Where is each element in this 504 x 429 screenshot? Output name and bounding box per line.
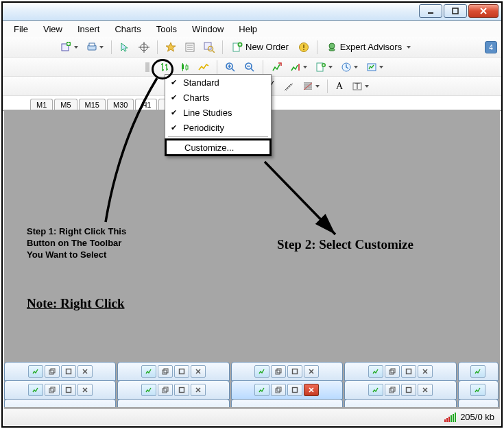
timeframe-m1[interactable]: M1 <box>30 99 53 110</box>
mdi-window[interactable] <box>344 380 456 400</box>
annotation-step2: Step 2: Select Customize <box>277 237 413 252</box>
profiles-button[interactable] <box>83 40 107 55</box>
mdi-restore-button[interactable] <box>271 365 286 378</box>
status-kb: 205/0 kb <box>460 412 494 422</box>
mdi-restore-button[interactable] <box>385 365 400 378</box>
mdi-window[interactable] <box>344 399 456 407</box>
context-item-charts[interactable]: ✔Charts <box>165 90 271 105</box>
mdi-maximize-button[interactable] <box>174 365 189 378</box>
mdi-close-button[interactable] <box>191 384 206 396</box>
context-item-line-studies[interactable]: ✔Line Studies <box>165 105 271 120</box>
toolbar-standard: New Order Expert Advisors <box>3 37 501 58</box>
cursor-button[interactable] <box>116 40 134 55</box>
svg-rect-36 <box>389 370 394 374</box>
context-item-periodicity[interactable]: ✔Periodicity <box>165 120 271 135</box>
mdi-window[interactable] <box>458 399 499 407</box>
mdi-window-active[interactable] <box>231 380 343 400</box>
window-close-button[interactable] <box>468 4 499 18</box>
periods-button[interactable] <box>337 60 361 75</box>
timeframe-h1[interactable]: H1 <box>135 99 157 110</box>
context-item-standard[interactable]: ✔Standard <box>165 75 271 90</box>
indicators-button[interactable] <box>312 60 336 75</box>
chart-icon <box>368 384 383 396</box>
mdi-window[interactable] <box>117 362 229 381</box>
menu-insert[interactable]: Insert <box>71 22 107 36</box>
mdi-window[interactable] <box>231 399 343 407</box>
mdi-close-button[interactable] <box>304 384 319 396</box>
mdi-window[interactable] <box>4 399 116 407</box>
mdi-maximize-button[interactable] <box>174 384 189 396</box>
menu-window[interactable]: Window <box>185 22 230 36</box>
mdi-maximize-button[interactable] <box>401 384 416 396</box>
zoom-in-button[interactable] <box>221 60 239 75</box>
menu-help[interactable]: Help <box>232 22 264 36</box>
text-label-button[interactable]: T <box>348 79 372 94</box>
expert-advisors-button[interactable]: Expert Advisors <box>322 40 416 55</box>
mdi-window[interactable] <box>117 380 229 400</box>
check-icon: ✔ <box>171 78 177 87</box>
mdi-window[interactable] <box>4 362 116 381</box>
svg-text:T: T <box>355 81 360 91</box>
mdi-close-button[interactable] <box>418 384 433 396</box>
mdi-window[interactable] <box>344 362 456 381</box>
new-order-button[interactable]: New Order <box>227 40 293 55</box>
favorite-button[interactable] <box>162 40 180 55</box>
mdi-window[interactable] <box>458 380 499 400</box>
context-item-customize[interactable]: Customize... <box>165 138 272 156</box>
search-icon <box>204 42 215 53</box>
check-icon: ✔ <box>171 123 177 132</box>
warning-icon <box>298 42 309 53</box>
mdi-maximize-button[interactable] <box>287 384 302 396</box>
mdi-window[interactable] <box>117 399 229 407</box>
mdi-close-button[interactable] <box>304 365 319 378</box>
new-order-icon <box>232 42 243 53</box>
zoom-out-button[interactable] <box>241 60 259 75</box>
templates-button[interactable] <box>363 60 387 75</box>
new-chart-button[interactable] <box>58 40 82 55</box>
text-button[interactable]: A <box>332 79 347 94</box>
periods-icon <box>341 62 352 73</box>
mdi-restore-button[interactable] <box>45 384 60 396</box>
warning-button[interactable] <box>295 40 313 55</box>
menu-file[interactable]: File <box>7 22 35 36</box>
mdi-restore-button[interactable] <box>158 365 173 378</box>
chart-shift-button[interactable] <box>287 60 311 75</box>
mdi-window[interactable] <box>458 362 499 381</box>
mdi-close-button[interactable] <box>77 365 93 378</box>
check-icon: ✔ <box>171 93 177 102</box>
line-chart-button[interactable] <box>195 60 213 75</box>
mdi-restore-button[interactable] <box>158 384 173 396</box>
mdi-window[interactable] <box>4 380 116 400</box>
data-window-button[interactable] <box>181 40 199 55</box>
equidistant-button[interactable] <box>280 79 298 94</box>
mdi-close-button[interactable] <box>77 384 93 396</box>
candlestick-button[interactable] <box>176 60 193 75</box>
menu-charts[interactable]: Charts <box>108 22 147 36</box>
mdi-maximize-button[interactable] <box>401 365 416 378</box>
mdi-restore-button[interactable] <box>45 365 60 378</box>
status-bar: 205/0 kb <box>4 408 500 425</box>
cursor-icon <box>119 42 130 53</box>
mdi-maximize-button[interactable] <box>61 365 76 378</box>
timeframe-m5[interactable]: M5 <box>54 99 77 110</box>
autoscroll-button[interactable] <box>267 60 285 75</box>
window-maximize-button[interactable] <box>444 4 467 18</box>
search-button[interactable] <box>200 40 218 55</box>
mdi-maximize-button[interactable] <box>287 365 302 378</box>
timeframe-m30[interactable]: M30 <box>107 99 134 110</box>
context-item-label: Charts <box>183 93 209 103</box>
favorite-icon <box>165 42 176 53</box>
mdi-maximize-button[interactable] <box>61 384 76 396</box>
mdi-window[interactable] <box>231 362 343 381</box>
crosshair-button[interactable] <box>135 40 153 55</box>
window-minimize-button[interactable] <box>419 4 442 18</box>
fibonacci-button[interactable] <box>299 79 323 94</box>
menu-view[interactable]: View <box>36 22 69 36</box>
timeframe-m15[interactable]: M15 <box>79 99 106 110</box>
menu-tools[interactable]: Tools <box>149 22 184 36</box>
mdi-close-button[interactable] <box>418 365 433 378</box>
mdi-close-button[interactable] <box>191 365 206 378</box>
mdi-restore-button[interactable] <box>385 384 400 396</box>
mdi-restore-button[interactable] <box>271 384 286 396</box>
notifications-badge[interactable]: 4 <box>485 41 497 53</box>
